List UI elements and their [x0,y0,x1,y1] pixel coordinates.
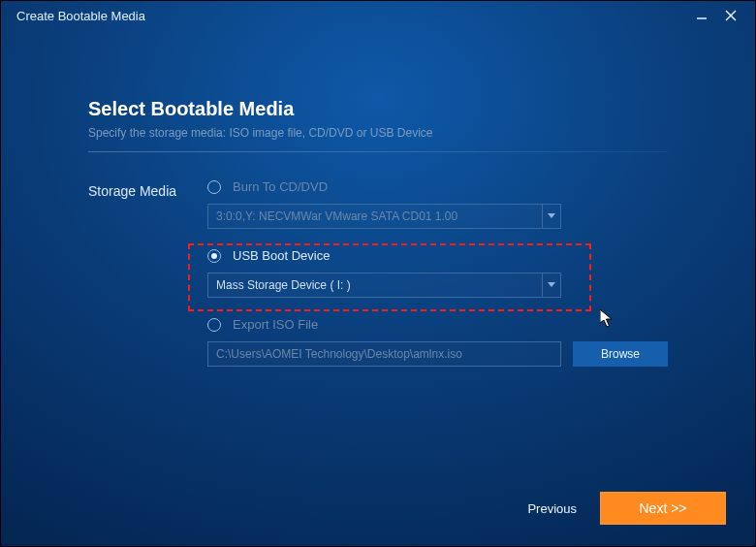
radio-cd-icon[interactable] [207,180,221,194]
next-button[interactable]: Next >> [600,492,726,525]
chevron-down-icon[interactable] [542,274,560,297]
option-cd: Burn To CD/DVD 3:0:0,Y: NECVMWar VMware … [207,179,668,229]
minimize-button[interactable] [687,1,716,30]
option-iso: Export ISO File C:\Users\AOMEI Technolog… [207,317,668,367]
usb-device-value: Mass Storage Device ( I: ) [208,278,542,292]
option-usb-label: USB Boot Device [233,248,330,263]
radio-iso-icon[interactable] [207,318,221,332]
option-cd-header[interactable]: Burn To CD/DVD [207,179,668,194]
option-iso-label: Export ISO File [233,317,318,332]
titlebar: Create Bootable Media [1,1,755,30]
iso-path-value: C:\Users\AOMEI Technology\Desktop\amlnx.… [208,347,560,361]
close-button[interactable] [716,1,745,30]
cd-device-value: 3:0:0,Y: NECVMWar VMware SATA CD01 1.00 [208,209,542,223]
window: Create Bootable Media Select Bootable Me… [0,0,756,547]
window-title: Create Bootable Media [11,9,145,23]
storage-section: Storage Media Burn To CD/DVD 3:0:0,Y: NE… [88,179,668,386]
page-subtitle: Specify the storage media: ISO image fil… [88,126,668,140]
divider [88,151,668,152]
options-column: Burn To CD/DVD 3:0:0,Y: NECVMWar VMware … [207,179,668,386]
storage-media-label: Storage Media [88,179,207,386]
option-usb-header[interactable]: USB Boot Device [207,248,668,263]
cd-device-combo[interactable]: 3:0:0,Y: NECVMWar VMware SATA CD01 1.00 [207,204,561,229]
option-usb: USB Boot Device Mass Storage Device ( I:… [207,248,668,298]
chevron-down-icon[interactable] [542,205,560,228]
radio-usb-icon[interactable] [207,249,221,263]
footer: Previous Next >> [527,492,726,525]
content-area: Select Bootable Media Specify the storag… [1,30,755,386]
previous-button[interactable]: Previous [527,501,577,516]
page-title: Select Bootable Media [88,98,668,120]
option-iso-header[interactable]: Export ISO File [207,317,668,332]
option-cd-label: Burn To CD/DVD [233,179,328,194]
iso-path-input[interactable]: C:\Users\AOMEI Technology\Desktop\amlnx.… [207,341,561,367]
browse-button[interactable]: Browse [573,341,668,367]
usb-device-combo[interactable]: Mass Storage Device ( I: ) [207,273,561,298]
